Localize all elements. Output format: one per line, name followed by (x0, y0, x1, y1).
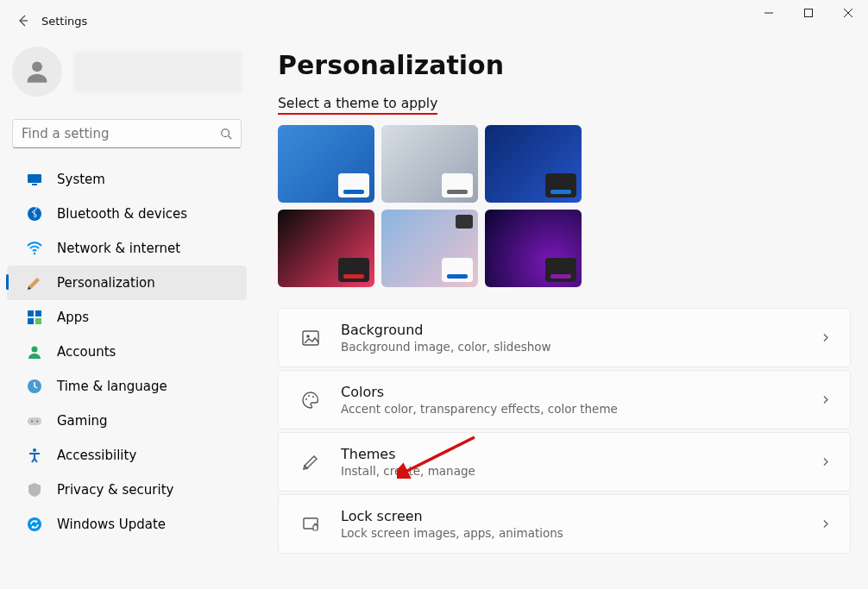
theme-tile-4[interactable] (381, 210, 478, 287)
svg-point-6 (34, 253, 36, 255)
nav-item-accessibility[interactable]: Accessibility (7, 438, 247, 473)
svg-point-20 (305, 398, 307, 400)
nav-item-apps[interactable]: Apps (7, 300, 247, 335)
svg-point-14 (31, 421, 33, 423)
card-title: Lock screen (341, 508, 563, 524)
svg-point-2 (222, 129, 230, 137)
search-input[interactable] (22, 126, 220, 141)
nav-label: Accounts (57, 344, 116, 360)
search-box[interactable] (12, 119, 242, 148)
svg-point-15 (36, 421, 38, 423)
svg-point-22 (312, 396, 314, 398)
svg-point-17 (28, 517, 41, 531)
nav-label: Windows Update (57, 517, 166, 532)
avatar (12, 47, 62, 97)
nav-item-system[interactable]: System (7, 162, 247, 197)
theme-preview-window (338, 173, 369, 197)
chevron-right-icon (821, 392, 831, 408)
svg-rect-13 (28, 417, 41, 425)
card-themes[interactable]: ThemesInstall, create, manage (278, 432, 851, 492)
titlebar: Settings (0, 0, 868, 41)
theme-tile-3[interactable] (278, 210, 374, 287)
card-colors[interactable]: ColorsAccent color, transparency effects… (278, 370, 851, 429)
chevron-right-icon (821, 454, 831, 470)
themes-icon (301, 453, 320, 472)
nav-label: Network & internet (57, 241, 180, 256)
arrow-left-icon (16, 14, 30, 28)
theme-preview-window (442, 258, 473, 282)
time-icon (26, 378, 43, 395)
svg-point-1 (32, 61, 42, 72)
maximize-button[interactable] (789, 0, 828, 26)
accounts-icon (26, 343, 43, 360)
nav-label: Gaming (57, 413, 108, 429)
svg-rect-4 (32, 184, 37, 185)
theme-tile-5[interactable] (485, 210, 582, 287)
nav-item-accounts[interactable]: Accounts (7, 335, 247, 369)
nav-label: Time & language (57, 379, 167, 394)
window-controls (749, 0, 868, 26)
close-button[interactable] (828, 0, 868, 26)
svg-point-19 (306, 335, 310, 338)
back-button[interactable] (7, 4, 40, 37)
nav-item-gaming[interactable]: Gaming (7, 404, 247, 438)
minimize-button[interactable] (749, 0, 789, 26)
chevron-right-icon (821, 329, 831, 346)
update-icon (26, 516, 43, 533)
nav-item-network[interactable]: Network & internet (7, 231, 247, 266)
search-icon (220, 128, 232, 140)
card-desc: Background image, color, slideshow (341, 340, 551, 354)
accessibility-icon (26, 447, 43, 464)
card-desc: Install, create, manage (341, 464, 475, 478)
nav-label: Apps (57, 310, 89, 325)
theme-tile-2[interactable] (485, 125, 582, 203)
nav-item-bluetooth[interactable]: Bluetooth & devices (7, 197, 247, 231)
svg-rect-9 (28, 318, 34, 324)
nav-item-privacy[interactable]: Privacy & security (7, 473, 247, 507)
nav-item-time[interactable]: Time & language (7, 369, 247, 404)
svg-point-21 (308, 395, 310, 397)
privacy-icon (26, 481, 43, 498)
nav-label: Privacy & security (57, 482, 173, 498)
nav-item-update[interactable]: Windows Update (7, 507, 247, 542)
svg-rect-3 (28, 174, 41, 183)
nav-label: Personalization (57, 275, 155, 291)
svg-point-16 (33, 448, 36, 452)
page-subheading: Select a theme to apply (278, 96, 437, 115)
lockscreen-icon (301, 515, 320, 534)
gaming-icon (26, 412, 43, 429)
maximize-icon (804, 9, 813, 17)
page-heading: Personalization (278, 50, 851, 80)
card-lockscreen[interactable]: Lock screenLock screen images, apps, ani… (278, 494, 851, 554)
card-title: Themes (341, 446, 475, 462)
user-info-redacted (74, 51, 242, 92)
theme-tile-0[interactable] (278, 125, 374, 203)
nav-item-personalization[interactable]: Personalization (7, 266, 247, 300)
nav-label: Accessibility (57, 448, 136, 463)
theme-preview-window (338, 258, 369, 282)
system-icon (26, 171, 43, 188)
user-block[interactable] (0, 43, 254, 100)
minimize-icon (764, 9, 773, 17)
card-title: Background (341, 322, 551, 338)
colors-icon (301, 391, 320, 410)
network-icon (26, 240, 43, 257)
svg-rect-0 (805, 9, 813, 17)
theme-tile-1[interactable] (381, 125, 478, 203)
camera-icon (456, 215, 473, 229)
svg-rect-7 (28, 310, 34, 316)
svg-rect-8 (35, 310, 41, 316)
theme-preview-window (545, 173, 576, 197)
bluetooth-icon (26, 205, 43, 222)
user-icon (22, 57, 52, 86)
svg-rect-10 (35, 318, 41, 324)
apps-icon (26, 309, 43, 326)
svg-point-11 (32, 347, 38, 353)
window-title: Settings (41, 15, 87, 28)
personalization-icon (26, 274, 43, 291)
nav-label: System (57, 172, 105, 187)
card-desc: Accent color, transparency effects, colo… (341, 402, 618, 416)
card-background[interactable]: BackgroundBackground image, color, slide… (278, 308, 851, 367)
nav-label: Bluetooth & devices (57, 206, 187, 222)
chevron-right-icon (821, 516, 831, 532)
